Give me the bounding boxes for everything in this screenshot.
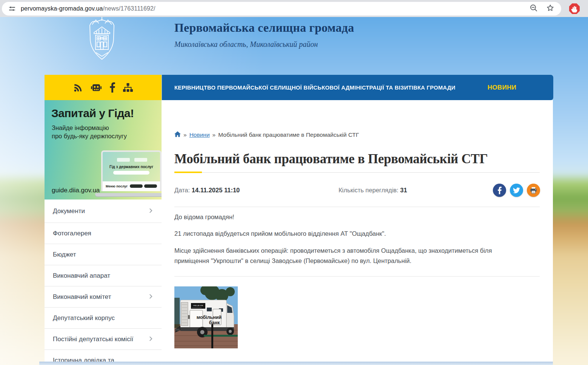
- url-domain: pervomayska-gromada.gov.ua: [21, 5, 103, 12]
- community-emblem-logo[interactable]: [85, 17, 119, 63]
- site-settings-icon[interactable]: [6, 3, 18, 14]
- meta-divider: [174, 207, 540, 207]
- views-value: 31: [400, 187, 407, 193]
- nav-link-administration[interactable]: КЕРІВНИЦТВО ПЕРВОМАЙСЬКОЇ СЕЛИЩНОЇ ВІЙСЬ…: [174, 84, 456, 91]
- chevron-right-icon: [148, 208, 153, 215]
- article-paragraph: Місце здійснення банківських операцій: п…: [174, 246, 527, 266]
- laptop-base: [95, 193, 162, 196]
- laptop-pill-2: [144, 184, 157, 188]
- laptop-menu-strip: Меню послуг: [103, 181, 160, 191]
- bookmark-star-icon[interactable]: [546, 4, 554, 14]
- title-divider-accent: [174, 172, 202, 173]
- breadcrumb: » Новини » Мобільний банк працюватиме в …: [174, 131, 359, 139]
- laptop-heading: Гід з державних послуг: [103, 165, 160, 169]
- sidebar-menu: Документи Фотогалерея Бюджет Виконавчий …: [45, 200, 162, 362]
- breadcrumb-news-link[interactable]: Новини: [189, 131, 210, 138]
- address-bar[interactable]: pervomayska-gromada.gov.ua/news/17631116…: [2, 2, 561, 15]
- article-meta-row: Дата: 14.11.2025 11:10 Кількість перегля…: [174, 187, 540, 194]
- date-value: 14.11.2025 11:10: [192, 187, 240, 193]
- date-label: Дата:: [174, 187, 190, 193]
- site-title[interactable]: Первомайська селищна громада: [174, 21, 354, 35]
- laptop-chip-left: [117, 158, 130, 162]
- sidebar-item-deputy-commissions[interactable]: Постійні депутатські комісії: [45, 329, 162, 350]
- diia-guide-banner[interactable]: Запитай у Гіда! Знайде інформацію про бу…: [45, 100, 162, 200]
- sidebar-item-historical-reference[interactable]: Історична довідка та: [45, 350, 162, 362]
- facebook-icon[interactable]: [109, 82, 115, 93]
- sidebar-item-documents[interactable]: Документи: [45, 200, 162, 223]
- share-buttons: [493, 184, 540, 197]
- laptop-chip-right: [134, 158, 147, 162]
- guide-banner-title: Запитай у Гіда!: [51, 107, 134, 120]
- truck-label-1: мобільний: [197, 315, 222, 320]
- guide-site-url: guide.diia.gov.ua: [52, 187, 100, 194]
- site-subtitle: Миколаївська область, Миколаївський райо…: [174, 40, 318, 49]
- article-body: До відома громадян! 21 листопада відбуде…: [174, 212, 527, 273]
- breadcrumb-current: Мобільний банк працюватиме в Первомайськ…: [218, 131, 359, 138]
- sidebar-item-executive-committee[interactable]: Виконавчий комітет: [45, 286, 162, 308]
- article-photo-mobile-bank-truck[interactable]: ОЩАДБАНК мобільний банк: [174, 286, 238, 348]
- twitter-share-button[interactable]: [510, 184, 523, 197]
- nav-link-news[interactable]: НОВИНИ: [488, 84, 516, 91]
- laptop-pill-1: [130, 184, 143, 188]
- sidebar-item-budget[interactable]: Бюджет: [45, 244, 162, 265]
- article-paragraph: До відома громадян!: [174, 212, 527, 222]
- browser-toolbar: pervomayska-gromada.gov.ua/news/17631116…: [0, 0, 588, 17]
- bottom-section-edge: [39, 362, 553, 365]
- laptop-menu-label: Меню послуг: [106, 184, 128, 188]
- body-divider: [174, 276, 540, 277]
- facebook-share-button[interactable]: [493, 184, 506, 197]
- print-button[interactable]: [527, 184, 540, 197]
- title-divider: [174, 172, 540, 173]
- laptop-search-bar: [113, 171, 149, 175]
- url-text[interactable]: pervomayska-gromada.gov.ua/news/17631116…: [21, 5, 155, 12]
- views-label: Кількість переглядів:: [339, 187, 399, 193]
- chevron-right-icon: [148, 336, 153, 343]
- sitemap-icon[interactable]: [123, 83, 133, 93]
- url-path: /news/1763111692/: [103, 5, 155, 12]
- guide-banner-subtitle: Знайде інформацію про будь-яку держпослу…: [52, 124, 127, 141]
- social-icons-bar: [45, 75, 162, 100]
- adblock-extension-icon[interactable]: [568, 3, 580, 15]
- truck-label-2: банк: [209, 320, 220, 325]
- guide-laptop-illustration: Гід з державних послуг Меню послуг: [95, 150, 162, 196]
- article-paragraph: 21 листопада відбудеться прийом мобільно…: [174, 229, 527, 239]
- zoom-out-icon[interactable]: [530, 4, 538, 14]
- rss-icon[interactable]: [73, 83, 83, 93]
- sidebar-item-photo-gallery[interactable]: Фотогалерея: [45, 223, 162, 244]
- breadcrumb-separator: »: [212, 131, 216, 138]
- chatbot-icon[interactable]: [91, 83, 102, 93]
- sidebar-item-executive-staff[interactable]: Виконавчий апарат: [45, 265, 162, 286]
- article-title: Мобільний банк працюватиме в Первомайськ…: [174, 152, 544, 167]
- chevron-right-icon: [148, 294, 153, 300]
- main-nav-bar: КЕРІВНИЦТВО ПЕРВОМАЙСЬКОЇ СЕЛИЩНОЇ ВІЙСЬ…: [162, 75, 553, 100]
- sidebar-item-deputies[interactable]: Депутатський корпус: [45, 308, 162, 329]
- home-icon[interactable]: [174, 131, 181, 139]
- breadcrumb-separator: »: [183, 131, 187, 138]
- truck-sign-text: ОЩАДБАНК: [193, 305, 204, 306]
